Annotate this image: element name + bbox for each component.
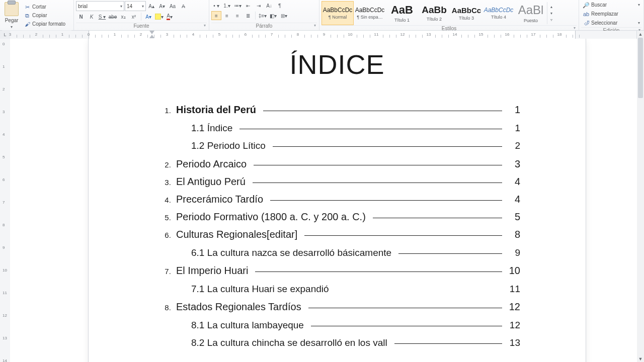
- toc-text: 8.1 La cultura lambayeque: [191, 317, 304, 333]
- bullets-button[interactable]: • ▾: [211, 1, 221, 10]
- scroll-down-button[interactable]: ▼: [637, 355, 644, 362]
- toc-item: Periodo Arcaico3: [173, 155, 520, 173]
- shading-button[interactable]: ◧▾: [268, 11, 278, 20]
- superscript-button[interactable]: x²: [129, 12, 139, 21]
- clear-formatting-button[interactable]: A̶: [178, 2, 188, 11]
- ruler-vertical[interactable]: 01234567891011121314: [0, 39, 11, 362]
- numbering-button[interactable]: 1.▾: [222, 1, 232, 10]
- font-family-combo[interactable]: brial ▾: [76, 1, 124, 11]
- justify-button[interactable]: ≣: [243, 11, 253, 20]
- find-button[interactable]: 🔎 Buscar ▾: [581, 1, 641, 9]
- font-color-button[interactable]: A▾: [165, 12, 175, 21]
- style-tile[interactable]: AaBbCcDc¶ Normal: [321, 1, 354, 25]
- brush-icon: 🖌: [24, 21, 31, 28]
- indent-button[interactable]: ⇥: [254, 1, 264, 10]
- find-label: Buscar: [591, 3, 607, 8]
- pilcrow-button[interactable]: ¶: [275, 1, 285, 10]
- ruler-tick: 0: [3, 42, 5, 46]
- toc-item: Estados Regionales Tardíos128.1 La cultu…: [173, 298, 520, 351]
- ruler-horizontal[interactable]: 3210123456789101112131415161718: [10, 31, 637, 39]
- document-body[interactable]: ÍNDICE Historia del Perú11.1 Índice11.2 …: [89, 39, 586, 362]
- ruler-tick: 3: [166, 32, 168, 37]
- italic-button[interactable]: K: [87, 12, 97, 21]
- group-paragraph: • ▾ 1.▾ ≔▾ ⇤ ⇥ A↓ ¶ ≡ ≡ ≡ ≣ ‡≡▾ ◧▾ ⊞▾ Pá…: [209, 0, 319, 30]
- style-tile[interactable]: AaBlPuesto: [515, 1, 547, 25]
- multilevel-button[interactable]: ≔▾: [232, 1, 243, 10]
- align-right-button[interactable]: ≡: [232, 11, 243, 20]
- highlight-button[interactable]: ▾: [154, 12, 164, 21]
- replace-icon: ab: [583, 11, 590, 18]
- toc-subentry: 6.1 La cultura nazca se desarrolló básic…: [191, 244, 520, 261]
- change-case-button[interactable]: Aa: [168, 2, 178, 11]
- align-left-button[interactable]: ≡: [211, 11, 221, 20]
- scissors-icon: ✂: [24, 4, 31, 11]
- toc-page: 13: [509, 334, 520, 351]
- style-tile[interactable]: AaBTítulo 1: [386, 1, 418, 25]
- style-tile[interactable]: AaBbTítulo 2: [418, 1, 450, 25]
- sort-button[interactable]: A↓: [264, 1, 274, 10]
- toc-text: 1.2 Periodo Lítico: [191, 137, 266, 154]
- font-row2: N K S ▾ abe x₂ x² A▾ ▾ A▾: [76, 12, 207, 21]
- strike-button[interactable]: abe: [108, 12, 118, 21]
- style-name: ¶ Sin espa…: [357, 15, 382, 20]
- line-spacing-button[interactable]: ‡≡▾: [258, 11, 268, 20]
- style-tile[interactable]: AaBbCcTítulo 3: [450, 1, 482, 25]
- style-gallery[interactable]: AaBbCcDc¶ NormalAaBbCcDc¶ Sin espa…AaBTí…: [321, 1, 577, 25]
- format-painter-button[interactable]: 🖌 Copiar formato: [22, 20, 67, 28]
- toc-page: 10: [509, 262, 520, 280]
- toc-leader: [304, 235, 502, 236]
- toc-item: El Antiguo Perú4: [173, 173, 520, 191]
- style-tile[interactable]: AaBbCcDc¶ Sin espa…: [354, 1, 386, 25]
- toc-leader: [273, 146, 502, 147]
- document-canvas[interactable]: ÍNDICE Historia del Perú11.1 Índice11.2 …: [10, 39, 637, 362]
- grow-font-button[interactable]: A▴: [146, 2, 156, 11]
- font-size-combo[interactable]: 14 ▾: [125, 1, 146, 11]
- group-clipboard: Pegar ▾ ✂ Cortar ⧉ Copiar 🖌 Copiar forma…: [0, 0, 74, 30]
- ruler-tick: 9: [323, 32, 325, 37]
- ruler-tick: 2: [3, 87, 5, 92]
- scroll-up-button[interactable]: ▲: [637, 31, 644, 38]
- toc-entry: El Imperio Huari10: [176, 262, 520, 280]
- style-gallery-more[interactable]: ▴▾▿: [547, 2, 555, 24]
- align-center-button[interactable]: ≡: [222, 11, 232, 20]
- toc-page: 4: [509, 173, 520, 191]
- scroll-thumb[interactable]: [638, 38, 643, 98]
- cut-button[interactable]: ✂ Cortar: [22, 3, 67, 11]
- toc-text: Estados Regionales Tardíos: [176, 298, 301, 316]
- toc-page: 12: [509, 317, 520, 333]
- style-tile[interactable]: AaBbCcDcTítulo 4: [482, 1, 515, 25]
- bold-button[interactable]: N: [76, 12, 86, 21]
- ruler-tick: 5: [3, 155, 5, 159]
- copy-button[interactable]: ⧉ Copiar: [22, 12, 67, 20]
- underline-button[interactable]: S ▾: [97, 12, 107, 21]
- work-area: L 3210123456789101112131415161718 012345…: [0, 31, 644, 362]
- ruler-tick: 1: [3, 64, 5, 69]
- toc-subentry: 7.1 La cultura Huari se expandió11: [191, 281, 520, 297]
- toc-leader: [394, 343, 502, 344]
- text-effects-button[interactable]: A▾: [143, 12, 153, 21]
- style-name: Título 4: [491, 15, 506, 20]
- doc-title: ÍNDICE: [154, 49, 520, 80]
- subscript-button[interactable]: x₂: [118, 12, 128, 21]
- style-sample: AaBbCcDc: [355, 7, 385, 14]
- paste-button[interactable]: Pegar ▾: [2, 1, 21, 30]
- ruler-tick: 8: [297, 32, 299, 37]
- ruler-tick: 4: [3, 132, 5, 137]
- shrink-font-button[interactable]: A▾: [157, 2, 167, 11]
- ruler-tick: 14: [3, 358, 7, 363]
- toc-text: 8.2 La cultura chincha se desarrolló en …: [191, 334, 387, 351]
- toc-text: 6.1 La cultura nazca se desarrolló básic…: [191, 244, 391, 261]
- ruler-tick: 10: [3, 268, 7, 273]
- toc-list: Historia del Perú11.1 Índice11.2 Periodo…: [154, 101, 520, 351]
- replace-button[interactable]: ab Reemplazar: [581, 10, 641, 18]
- ruler-tick: 2: [35, 32, 37, 37]
- borders-button[interactable]: ⊞▾: [279, 11, 289, 20]
- scrollbar-vertical[interactable]: ▲ ▼: [636, 31, 644, 362]
- ruler-tick: 15: [479, 32, 484, 37]
- ruler-tick: 3: [9, 32, 11, 37]
- style-name: Título 2: [427, 17, 442, 22]
- first-line-indent-marker[interactable]: [149, 31, 154, 34]
- outdent-button[interactable]: ⇤: [243, 1, 253, 10]
- select-button[interactable]: ⮰ Seleccionar ▾: [581, 19, 641, 27]
- ruler-tick: 1: [114, 32, 116, 37]
